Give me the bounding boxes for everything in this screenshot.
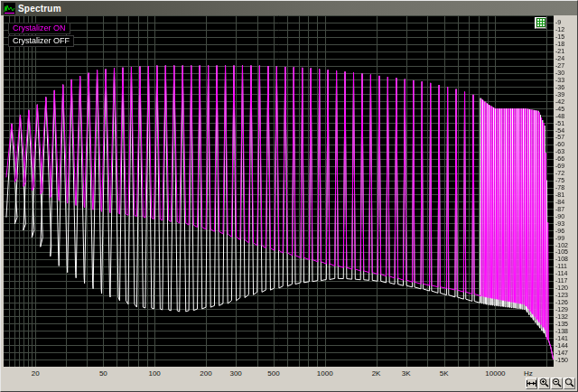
db-tick-label: -138 xyxy=(555,328,568,334)
db-tick-label: -51 xyxy=(555,120,564,126)
db-tick-label: -36 xyxy=(555,84,564,90)
data-grid-icon xyxy=(536,16,545,30)
db-tick-label: -126 xyxy=(555,299,568,305)
freq-tick-label: 5K xyxy=(431,369,458,378)
db-tick-label: -147 xyxy=(555,350,568,356)
db-tick-label: -96 xyxy=(555,228,564,234)
db-tick-label: -135 xyxy=(555,321,568,327)
db-tick-label: -75 xyxy=(555,177,564,183)
db-tick-label: -9 xyxy=(555,19,561,25)
freq-tick-label: 300 xyxy=(222,369,249,378)
freq-tick-label: 2K xyxy=(363,369,390,378)
db-tick-label: -24 xyxy=(555,55,564,61)
freq-tick-label: 200 xyxy=(192,369,219,378)
db-tick-label: -117 xyxy=(555,277,568,284)
freq-axis-labels: Hz 205010020030050010002K3K5K10000 xyxy=(4,368,554,379)
db-tick-label: -63 xyxy=(555,148,564,154)
freq-tick-label: 20 xyxy=(22,369,49,378)
db-tick-label: -132 xyxy=(555,313,568,320)
legend: Crystalizer ON Crystalizer OFF xyxy=(8,23,74,48)
zoom-in-icon xyxy=(539,377,549,390)
freq-tick-label: 1000 xyxy=(312,369,339,378)
freq-tick-label: 10000 xyxy=(481,369,508,378)
freq-tick-label: 100 xyxy=(141,369,168,378)
db-tick-label: -48 xyxy=(555,113,564,119)
db-tick-label: -144 xyxy=(555,342,568,349)
spectrum-plot-area[interactable]: Crystalizer ON Crystalizer OFF xyxy=(4,15,554,367)
db-tick-label: -39 xyxy=(555,91,564,98)
db-tick-label: -30 xyxy=(555,70,564,76)
db-tick-label: -114 xyxy=(555,270,568,276)
app-icon xyxy=(4,3,15,14)
fit-horizontal-button[interactable] xyxy=(526,378,537,389)
db-tick-label: -81 xyxy=(555,191,564,198)
db-axis-labels: -9-12-15-18-21-24-27-30-33-36-39-42-45-4… xyxy=(555,15,578,367)
db-tick-label: -54 xyxy=(555,127,564,134)
spectrum-canvas[interactable] xyxy=(4,15,554,367)
db-tick-label: -72 xyxy=(555,170,564,176)
db-tick-label: -84 xyxy=(555,199,564,205)
freq-tick-label: 500 xyxy=(260,369,287,378)
db-tick-label: -66 xyxy=(555,155,564,162)
db-tick-label: -45 xyxy=(555,106,564,112)
db-tick-label: -120 xyxy=(555,285,568,291)
zoom-in-button[interactable] xyxy=(538,378,550,389)
db-tick-label: -150 xyxy=(555,357,568,363)
db-tick-label: -15 xyxy=(555,33,564,40)
window-title: Spectrum xyxy=(18,4,61,14)
zoom-reset-button[interactable] xyxy=(564,378,575,389)
data-grid-button[interactable] xyxy=(535,17,546,29)
db-tick-label: -123 xyxy=(555,292,568,298)
db-tick-label: -111 xyxy=(555,263,567,269)
db-tick-label: -57 xyxy=(555,134,564,140)
zoom-toolbar xyxy=(526,378,575,389)
freq-tick-label: 3K xyxy=(393,369,420,378)
db-tick-label: -93 xyxy=(555,220,564,227)
db-tick-label: -21 xyxy=(555,48,564,54)
db-tick-label: -99 xyxy=(555,235,564,241)
db-tick-label: -108 xyxy=(555,256,568,262)
zoom-out-button[interactable] xyxy=(551,378,563,389)
db-tick-label: -141 xyxy=(555,335,568,341)
db-tick-label: -90 xyxy=(555,213,564,219)
zoom-out-icon xyxy=(552,377,562,390)
db-tick-label: -42 xyxy=(555,98,564,105)
db-tick-label: -69 xyxy=(555,163,564,169)
freq-tick-label: 50 xyxy=(89,369,117,378)
magnifier-icon xyxy=(564,377,574,390)
db-tick-label: -27 xyxy=(555,62,564,69)
db-tick-label: -18 xyxy=(555,41,564,47)
db-tick-label: -33 xyxy=(555,77,564,83)
db-tick-label: -60 xyxy=(555,141,564,147)
db-tick-label: -12 xyxy=(555,26,564,33)
title-bar[interactable]: Spectrum xyxy=(1,1,577,15)
db-tick-label: -102 xyxy=(555,242,568,248)
spectrum-window: Spectrum Crystalizer ON Crystalizer OFF … xyxy=(0,0,578,392)
db-tick-label: -105 xyxy=(555,248,568,255)
db-tick-label: -78 xyxy=(555,184,564,191)
fit-horizontal-icon xyxy=(527,377,536,390)
legend-item-crystalizer-off: Crystalizer OFF xyxy=(8,35,74,47)
legend-item-crystalizer-on: Crystalizer ON xyxy=(8,23,70,34)
db-tick-label: -129 xyxy=(555,306,568,313)
db-tick-label: -87 xyxy=(555,206,564,212)
